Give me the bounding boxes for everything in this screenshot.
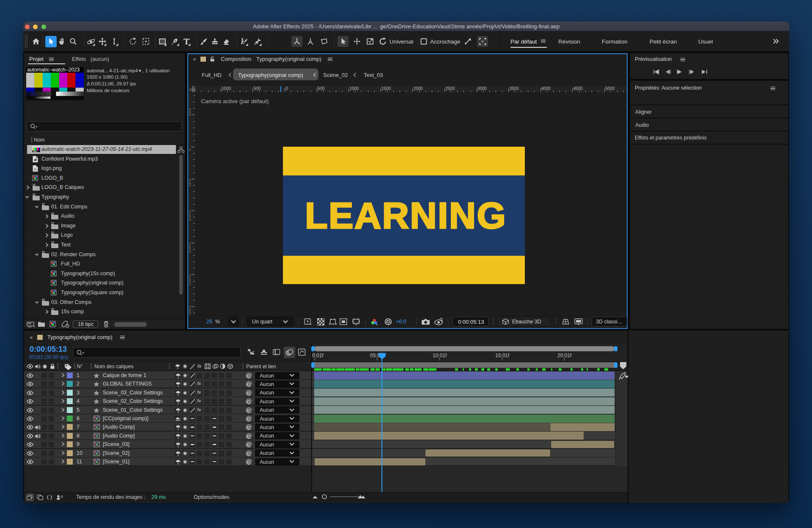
svg-text:automatic–watch–2023: automatic–watch–2023 xyxy=(27,67,80,73)
